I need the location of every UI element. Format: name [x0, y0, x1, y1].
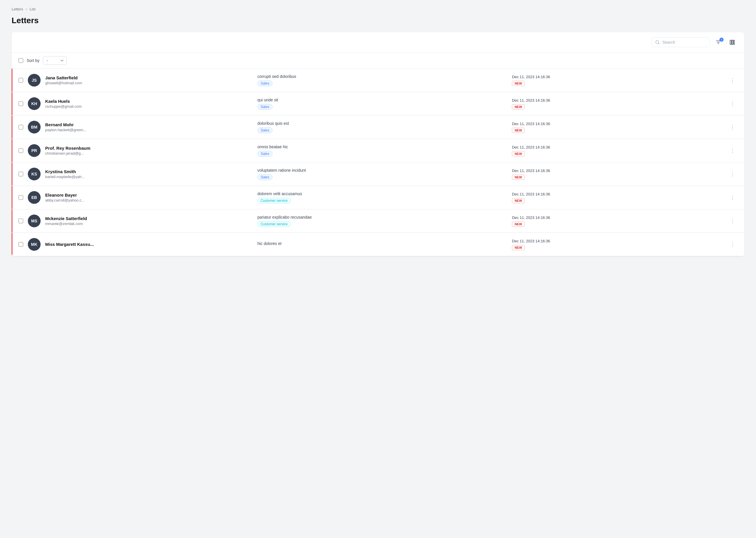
avatar: PR	[28, 144, 40, 157]
contact-info: Bernard Mohr payton.hackett@green...	[45, 122, 257, 132]
contact-info: Kaela Huels rschuppe@gmail.com	[45, 99, 257, 109]
date-text: Dec 11, 2023 14:16:36	[512, 192, 550, 196]
row-checkbox[interactable]	[19, 172, 23, 176]
subject-text: voluptatem ratione incidunt	[257, 168, 512, 173]
list-item[interactable]: PR Prof. Rey Rosenbaum christiansen.jera…	[12, 139, 744, 162]
tag: Sales	[257, 174, 273, 180]
toolbar: 0	[12, 32, 744, 53]
contact-name: Mckenzie Satterfield	[45, 216, 257, 221]
status-badge: NEW	[512, 81, 525, 86]
row-checkbox[interactable]	[19, 242, 23, 247]
list-item[interactable]: KS Krystina Smith bartell.maybelle@yah..…	[12, 162, 744, 186]
row-checkbox[interactable]	[19, 125, 23, 130]
status-badge: NEW	[512, 175, 525, 180]
status-badge: NEW	[512, 151, 525, 156]
date-text: Dec 11, 2023 14:16:36	[512, 122, 550, 126]
row-checkbox[interactable]	[19, 101, 23, 106]
svg-rect-2	[730, 40, 731, 45]
tag: Customer service	[257, 198, 291, 203]
status-badge: NEW	[512, 222, 525, 227]
contact-name: Eleanore Bayer	[45, 192, 257, 197]
subject-col: qui unde sit Sales	[257, 98, 512, 110]
svg-rect-3	[732, 40, 733, 45]
contact-info: Krystina Smith bartell.maybelle@yah...	[45, 169, 257, 179]
subject-col: pariatur explicabo recusandae Customer s…	[257, 215, 512, 227]
subject-text: omnis beatae hic	[257, 144, 512, 149]
date-text: Dec 11, 2023 14:16:36	[512, 169, 550, 173]
row-checkbox[interactable]	[19, 219, 23, 223]
status-badge: NEW	[512, 198, 525, 203]
list-item[interactable]: MK Miss Margarett Kassu... hic dolores e…	[12, 233, 744, 256]
row-menu-button[interactable]: ⋮	[727, 241, 737, 248]
date-col: Dec 11, 2023 14:16:36 NEW	[512, 169, 724, 180]
sort-select[interactable]: - Name Date Status	[43, 56, 67, 65]
subject-col: doloribus quis est Sales	[257, 121, 512, 133]
contact-name: Prof. Rey Rosenbaum	[45, 146, 257, 151]
tag: Sales	[257, 104, 273, 110]
date-text: Dec 11, 2023 14:16:36	[512, 239, 550, 243]
svg-rect-4	[733, 40, 734, 45]
date-col: Dec 11, 2023 14:16:36 NEW	[512, 239, 724, 250]
subject-text: qui unde sit	[257, 98, 512, 102]
date-col: Dec 11, 2023 14:16:36 NEW	[512, 192, 724, 203]
contact-info: Miss Margarett Kassu...	[45, 242, 257, 247]
list-item[interactable]: EB Eleanore Bayer abby.carroll@yahoo.c..…	[12, 186, 744, 209]
letters-card: 0 Sort by - Name Date Status JS Jana Sat…	[12, 32, 744, 256]
tag: Sales	[257, 128, 273, 133]
contact-info: Prof. Rey Rosenbaum christiansen.jerad@g…	[45, 146, 257, 155]
avatar: BM	[28, 121, 40, 134]
contact-email: mmante@zemlak.com	[45, 222, 257, 226]
breadcrumb-current: List	[30, 7, 35, 11]
search-input[interactable]	[652, 37, 710, 47]
subject-text: doloribus quis est	[257, 121, 512, 126]
columns-button[interactable]	[727, 38, 737, 47]
subject-text: corrupti sed doloribus	[257, 74, 512, 79]
avatar: KH	[28, 97, 40, 110]
row-checkbox[interactable]	[19, 195, 23, 200]
page-title: Letters	[12, 16, 744, 25]
contact-email: bartell.maybelle@yah...	[45, 175, 257, 179]
row-menu-button[interactable]: ⋮	[727, 217, 737, 225]
contact-name: Jana Satterfield	[45, 75, 257, 80]
date-col: Dec 11, 2023 14:16:36 NEW	[512, 98, 724, 109]
tag: Sales	[257, 81, 273, 86]
contact-info: Jana Satterfield ghowell@hotmail.com	[45, 75, 257, 85]
subject-text: pariatur explicabo recusandae	[257, 215, 512, 220]
contact-email: payton.hackett@green...	[45, 128, 257, 132]
avatar: EB	[28, 191, 40, 204]
contact-email: abby.carroll@yahoo.c...	[45, 198, 257, 202]
status-badge: NEW	[512, 245, 525, 250]
row-menu-button[interactable]: ⋮	[727, 123, 737, 131]
row-menu-button[interactable]: ⋮	[727, 77, 737, 84]
row-menu-button[interactable]: ⋮	[727, 170, 737, 178]
contact-name: Kaela Huels	[45, 99, 257, 104]
breadcrumb: Letters > List	[12, 7, 744, 11]
search-wrap	[652, 37, 710, 47]
list-body: JS Jana Satterfield ghowell@hotmail.com …	[12, 69, 744, 256]
row-checkbox[interactable]	[19, 78, 23, 82]
date-text: Dec 11, 2023 14:16:36	[512, 75, 550, 79]
sort-label: Sort by	[27, 58, 39, 63]
contact-email: christiansen.jerad@g...	[45, 151, 257, 155]
row-checkbox[interactable]	[19, 148, 23, 153]
select-all-checkbox[interactable]	[19, 58, 23, 63]
breadcrumb-parent[interactable]: Letters	[12, 7, 23, 11]
contact-name: Bernard Mohr	[45, 122, 257, 127]
row-menu-button[interactable]: ⋮	[727, 100, 737, 107]
contact-info: Mckenzie Satterfield mmante@zemlak.com	[45, 216, 257, 226]
row-menu-button[interactable]: ⋮	[727, 194, 737, 201]
contact-name: Miss Margarett Kassu...	[45, 242, 257, 247]
list-item[interactable]: JS Jana Satterfield ghowell@hotmail.com …	[12, 69, 744, 92]
list-item[interactable]: BM Bernard Mohr payton.hackett@green... …	[12, 116, 744, 139]
filter-badge: 0	[720, 38, 724, 42]
contact-name: Krystina Smith	[45, 169, 257, 174]
row-menu-button[interactable]: ⋮	[727, 147, 737, 154]
sort-bar: Sort by - Name Date Status	[12, 53, 744, 69]
breadcrumb-separator: >	[26, 8, 27, 11]
subject-text: dolorem velit accusamus	[257, 191, 512, 196]
list-item[interactable]: KH Kaela Huels rschuppe@gmail.com qui un…	[12, 92, 744, 116]
list-item[interactable]: MS Mckenzie Satterfield mmante@zemlak.co…	[12, 209, 744, 233]
filter-button[interactable]: 0	[713, 38, 724, 47]
tag: Customer service	[257, 221, 291, 227]
columns-icon	[729, 39, 735, 45]
